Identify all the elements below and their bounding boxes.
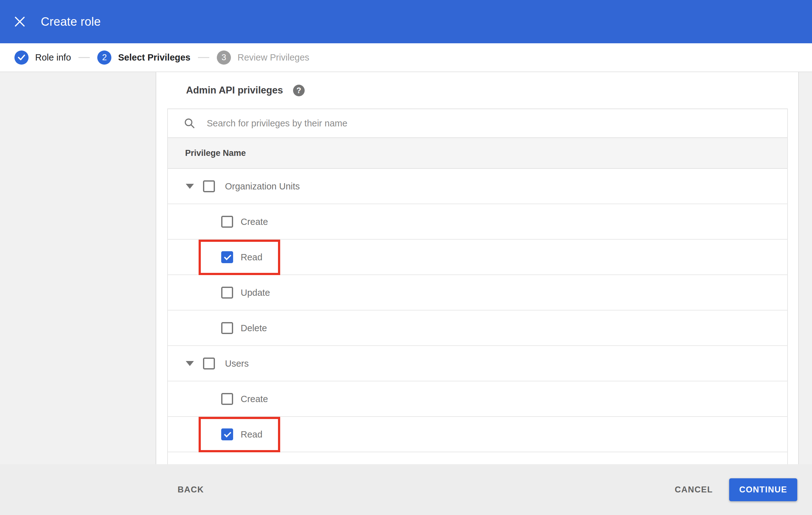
page-background: Admin API privileges ? Privilege Name Or… [0, 72, 812, 464]
privilege-row: Create [168, 382, 787, 417]
privilege-label: Users [225, 358, 249, 368]
privilege-checkbox[interactable] [221, 216, 233, 228]
step-number: 3 [217, 51, 231, 65]
section-header: Admin API privileges ? [156, 72, 798, 109]
privilege-row: Organization Units [168, 169, 787, 204]
cancel-button[interactable]: CANCEL [675, 485, 713, 495]
privilege-checkbox[interactable] [221, 287, 233, 299]
close-icon[interactable] [12, 14, 27, 29]
privilege-label: Read [241, 429, 262, 440]
step-label: Select Privileges [118, 52, 191, 63]
step-label: Role info [35, 52, 71, 63]
expand-arrow-icon[interactable] [186, 361, 194, 366]
privilege-rows: Organization Units Create Read Update De… [168, 169, 787, 452]
step-role-info[interactable]: Role info [14, 51, 71, 65]
privilege-row: Update [168, 275, 787, 310]
privilege-label: Create [241, 394, 268, 404]
step-select-privileges[interactable]: 2 Select Privileges [97, 51, 191, 65]
search-row [168, 109, 787, 138]
column-header-privilege-name: Privilege Name [168, 138, 787, 169]
privilege-label: Read [241, 252, 262, 262]
privilege-checkbox[interactable] [221, 251, 233, 263]
help-icon[interactable]: ? [293, 85, 304, 96]
privileges-panel: Admin API privileges ? Privilege Name Or… [156, 72, 798, 464]
privilege-checkbox[interactable] [221, 428, 233, 441]
dialog-title: Create role [41, 15, 101, 29]
privilege-row: Users [168, 346, 787, 382]
stepper: Role info 2 Select Privileges 3 Review P… [0, 43, 812, 72]
partial-row [168, 452, 787, 465]
privilege-row: Read [168, 417, 787, 452]
step-number: 2 [97, 51, 111, 65]
privilege-label: Organization Units [225, 181, 300, 191]
step-review-privileges[interactable]: 3 Review Privileges [217, 51, 309, 65]
privilege-row: Create [168, 204, 787, 240]
step-complete-check-icon [14, 51, 29, 65]
privileges-table: Privilege Name Organization Units Create… [167, 109, 788, 465]
privilege-label: Delete [241, 323, 267, 333]
action-bar: BACK CANCEL CONTINUE [0, 464, 812, 515]
privilege-label: Update [241, 287, 270, 298]
continue-button[interactable]: CONTINUE [729, 478, 797, 501]
privilege-checkbox[interactable] [203, 180, 215, 192]
highlight-box [199, 240, 280, 275]
step-connector [79, 57, 90, 58]
privilege-label: Create [241, 216, 268, 227]
privilege-checkbox[interactable] [221, 322, 233, 334]
action-bar-right: CANCEL CONTINUE [675, 478, 798, 501]
back-button[interactable]: BACK [178, 485, 204, 495]
section-title: Admin API privileges [186, 85, 283, 96]
dialog-titlebar: Create role [0, 0, 812, 43]
highlight-box [199, 417, 280, 452]
privilege-row: Read [168, 240, 787, 275]
search-icon [183, 117, 196, 129]
search-input[interactable] [206, 118, 677, 129]
step-label: Review Privileges [237, 52, 309, 63]
privilege-checkbox[interactable] [221, 393, 233, 405]
privilege-row: Delete [168, 310, 787, 346]
step-connector [198, 57, 209, 58]
privilege-checkbox[interactable] [203, 358, 215, 369]
expand-arrow-icon[interactable] [186, 184, 194, 189]
